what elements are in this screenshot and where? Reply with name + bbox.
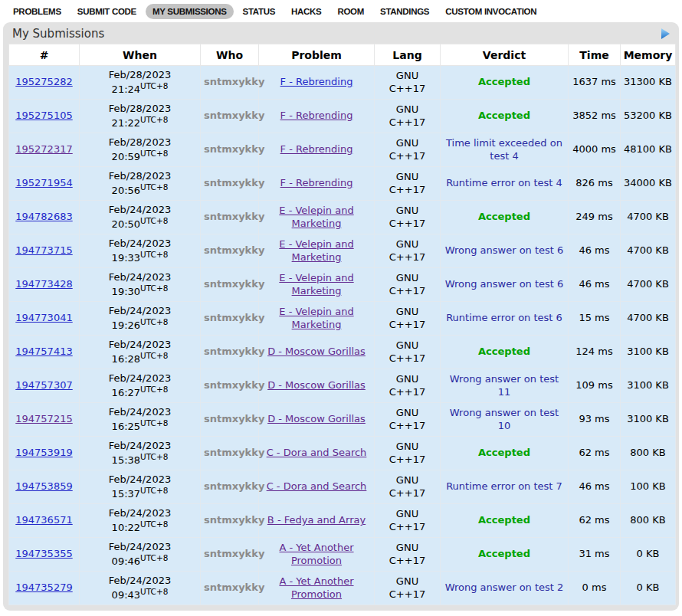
verdict-cell: Accepted — [441, 504, 569, 538]
nav-tab-my-submissions[interactable]: MY SUBMISSIONS — [146, 4, 234, 19]
time-cell: 62 ms — [569, 437, 621, 470]
submission-date: Feb/24/2023 — [83, 238, 197, 250]
problem-link[interactable]: B - Fedya and Array — [267, 514, 366, 526]
submission-id-cell: 194757413 — [9, 336, 80, 369]
when-cell: Feb/24/2023 15:38UTC+8 — [80, 437, 201, 470]
submission-id-cell: 194782683 — [9, 201, 80, 234]
problem-link[interactable]: E - Velepin and Marketing — [279, 205, 353, 228]
memory-cell: 4700 KB — [621, 234, 676, 268]
submission-id-link[interactable]: 195272317 — [15, 143, 72, 155]
when-cell: Feb/24/2023 09:43UTC+8 — [80, 572, 201, 605]
when-cell: Feb/24/2023 16:28UTC+8 — [80, 336, 201, 369]
lang-cell: GNU C++17 — [375, 470, 441, 504]
lang-cell: GNU C++17 — [375, 234, 441, 268]
submission-time: 16:28UTC+8 — [83, 351, 197, 366]
submission-date: Feb/28/2023 — [83, 69, 197, 81]
submission-time: 20:50UTC+8 — [83, 216, 197, 231]
column-header: Lang — [375, 44, 441, 66]
time-cell: 15 ms — [569, 302, 621, 336]
time-cell: 46 ms — [569, 234, 621, 268]
problem-link[interactable]: C - Dora and Search — [267, 447, 367, 458]
problem-link[interactable]: F - Rebrending — [280, 110, 353, 121]
problem-link[interactable]: D - Moscow Gorillas — [267, 346, 366, 357]
nav-tab-status[interactable]: STATUS — [236, 4, 283, 19]
table-row: 195272317 Feb/28/2023 20:59UTC+8 sntmxyk… — [9, 133, 676, 167]
problem-link[interactable]: D - Moscow Gorillas — [267, 379, 366, 391]
problem-link[interactable]: D - Moscow Gorillas — [267, 413, 366, 424]
who-cell: sntmxykky — [201, 66, 259, 100]
nav-tab-hacks[interactable]: HACKS — [284, 4, 328, 19]
verdict-cell: Accepted — [441, 336, 569, 369]
timezone-label: UTC+8 — [140, 182, 168, 192]
submission-date: Feb/28/2023 — [83, 136, 197, 149]
submission-id-link[interactable]: 194736571 — [15, 514, 72, 526]
submission-id-link[interactable]: 194757215 — [15, 413, 72, 424]
submission-id-link[interactable]: 194782683 — [15, 211, 72, 222]
verdict-cell: Runtime error on test 6 — [441, 302, 569, 336]
nav-tab-submit-code[interactable]: SUBMIT CODE — [70, 4, 143, 19]
time-cell: 3852 ms — [569, 100, 621, 133]
submission-id-link[interactable]: 195275282 — [15, 76, 72, 87]
problem-link[interactable]: E - Velepin and Marketing — [279, 238, 353, 262]
nav-tab-problems[interactable]: PROBLEMS — [6, 4, 68, 19]
submission-date: Feb/24/2023 — [83, 204, 197, 216]
problem-link[interactable]: F - Rebrending — [280, 143, 353, 155]
when-cell: Feb/28/2023 20:56UTC+8 — [80, 167, 201, 201]
submission-id-link[interactable]: 194735355 — [15, 548, 72, 559]
time-cell: 1637 ms — [569, 66, 621, 100]
problem-link[interactable]: C - Dora and Search — [267, 480, 367, 492]
problem-link[interactable]: A - Yet Another Promotion — [279, 575, 353, 599]
submission-id-link[interactable]: 194757307 — [15, 379, 72, 391]
lang-cell: GNU C++17 — [375, 572, 441, 605]
time-cell: 0 ms — [569, 572, 621, 605]
submission-id-link[interactable]: 194757413 — [15, 346, 72, 357]
when-cell: Feb/24/2023 19:30UTC+8 — [80, 268, 201, 302]
problem-link[interactable]: A - Yet Another Promotion — [279, 542, 353, 565]
time-cell: 249 ms — [569, 201, 621, 234]
nav-tab-room[interactable]: ROOM — [330, 4, 371, 19]
table-row: 194757413 Feb/24/2023 16:28UTC+8 sntmxyk… — [9, 336, 676, 369]
problem-link[interactable]: F - Rebrending — [280, 177, 353, 188]
verdict-cell: Accepted — [441, 437, 569, 470]
who-cell: sntmxykky — [201, 201, 259, 234]
verdict-cell: Time limit exceeded on test 4 — [441, 133, 569, 167]
submission-id-link[interactable]: 195275105 — [15, 110, 72, 121]
lang-cell: GNU C++17 — [375, 100, 441, 133]
verdict-cell: Accepted — [441, 201, 569, 234]
problem-link[interactable]: E - Velepin and Marketing — [279, 272, 353, 296]
timezone-label: UTC+8 — [140, 250, 168, 259]
nav-tab-custom-invocation[interactable]: CUSTOM INVOCATION — [438, 4, 543, 19]
submission-id-link[interactable]: 194753859 — [15, 480, 72, 492]
timezone-label: UTC+8 — [140, 385, 168, 394]
when-cell: Feb/28/2023 21:24UTC+8 — [80, 66, 201, 100]
who-cell: sntmxykky — [201, 167, 259, 201]
table-row: 194753859 Feb/24/2023 15:37UTC+8 sntmxyk… — [9, 470, 676, 504]
submission-id-link[interactable]: 195271954 — [15, 177, 72, 188]
problem-cell: D - Moscow Gorillas — [259, 336, 375, 369]
expand-arrow-icon[interactable] — [661, 28, 670, 39]
submission-id-link[interactable]: 194773428 — [15, 278, 72, 290]
who-cell: sntmxykky — [201, 268, 259, 302]
lang-cell: GNU C++17 — [375, 66, 441, 100]
verdict-cell: Runtime error on test 7 — [441, 470, 569, 504]
problem-cell: F - Rebrending — [259, 100, 375, 133]
submission-date: Feb/24/2023 — [83, 541, 197, 553]
problem-cell: E - Velepin and Marketing — [259, 234, 375, 268]
nav-tab-standings[interactable]: STANDINGS — [373, 4, 436, 19]
submission-id-cell: 194773715 — [9, 234, 80, 268]
table-row: 195275282 Feb/28/2023 21:24UTC+8 sntmxyk… — [9, 66, 676, 100]
problem-link[interactable]: E - Velepin and Marketing — [279, 306, 353, 329]
my-submissions-panel: My Submissions #WhenWhoProblemLangVerdic… — [3, 22, 679, 611]
submission-id-link[interactable]: 194773715 — [15, 244, 72, 256]
table-row: 195271954 Feb/28/2023 20:56UTC+8 sntmxyk… — [9, 167, 676, 201]
when-cell: Feb/24/2023 16:27UTC+8 — [80, 369, 201, 403]
verdict-text: Accepted — [478, 346, 530, 357]
submission-time: 19:33UTC+8 — [83, 250, 197, 265]
verdict-cell: Wrong answer on test 10 — [441, 403, 569, 437]
submission-id-link[interactable]: 194753919 — [15, 447, 72, 458]
submission-id-link[interactable]: 194773041 — [15, 312, 72, 323]
when-cell: Feb/28/2023 20:59UTC+8 — [80, 133, 201, 167]
submission-id-link[interactable]: 194735279 — [15, 582, 72, 593]
who-cell: sntmxykky — [201, 572, 259, 605]
problem-link[interactable]: F - Rebrending — [280, 76, 353, 87]
